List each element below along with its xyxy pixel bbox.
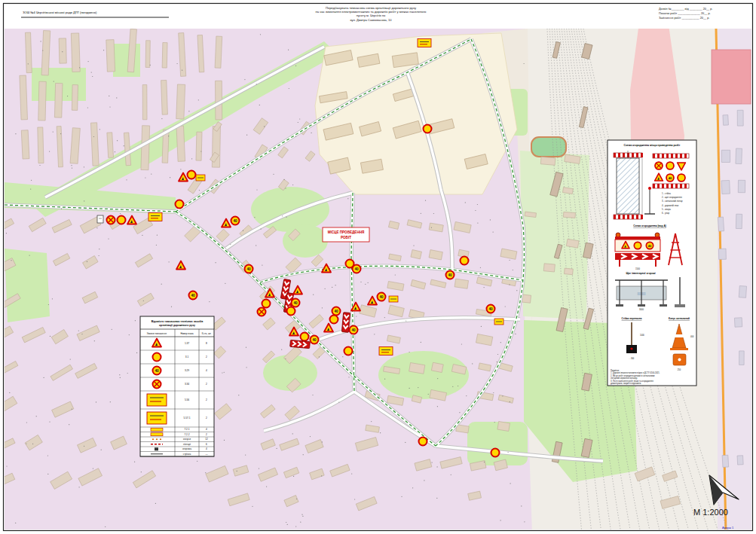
traffic-sign-circle (461, 257, 469, 265)
legend-col-qty: К-сть, шт. (202, 332, 212, 335)
svg-text:2: 2 (206, 355, 207, 359)
svg-text:1000: 1000 (640, 334, 644, 337)
svg-text:3000: 3000 (639, 308, 644, 311)
svg-text:стрічка: стрічка (183, 453, 191, 456)
svg-text:7.2.2: 7.2.2 (184, 433, 189, 436)
svg-text:3.1: 3.1 (185, 355, 189, 359)
panel-fence-label: Схема огородження (вид А) (633, 224, 666, 227)
svg-text:12: 12 (205, 438, 208, 441)
svg-text:2: 2 (206, 433, 207, 436)
traffic-sign-circle40: 40 (446, 271, 455, 279)
panel-stand-label: Стійка переносна (622, 317, 642, 320)
svg-text:3. Після закінчення робіт знак: 3. Після закінчення робіт знаки та огоро… (611, 380, 654, 383)
traffic-sign-circle40: 40 (231, 217, 240, 225)
svg-text:40: 40 (351, 328, 356, 332)
svg-text:2: 2 (206, 383, 207, 386)
details-panel: Схема огородження місця проведення робіт… (608, 140, 696, 386)
svg-text:ліхтарями червоного кольору.: ліхтарями червоного кольору. (611, 377, 638, 380)
traffic-sign-circle (424, 125, 432, 133)
traffic-sign-circle40: 40 (646, 242, 653, 249)
work-site-label: МІСЦЕ ПРОВЕДЕННЯ РОБІТ (323, 227, 369, 242)
svg-text:Закінчення робіт ___________ 2: Закінчення робіт ___________ 20__ р. (659, 17, 709, 20)
svg-text:40: 40 (191, 294, 195, 298)
svg-text:400: 400 (690, 335, 694, 338)
legend-col-number: Номер знака (180, 332, 194, 335)
svg-text:Початок робіт ______________ 2: Початок робіт ______________ 20__ р. (659, 12, 711, 15)
traffic-sign-plate (148, 213, 162, 221)
traffic-sign-whiteplate (97, 215, 103, 223)
permit-block: Дозвіл №________ від ________ 20__ р.Поч… (659, 8, 712, 20)
traffic-sign-circle (634, 242, 641, 249)
svg-text:6 - упор: 6 - упор (662, 212, 670, 215)
svg-text:40: 40 (293, 301, 298, 305)
svg-text:2: 2 (206, 417, 207, 420)
svg-text:4: 4 (206, 447, 207, 450)
legend-title-line1: Відомість тимчасових технічних засобів (152, 320, 204, 323)
svg-text:ліхтарі: ліхтарі (183, 443, 191, 446)
svg-text:7.2.1: 7.2.1 (184, 428, 189, 431)
traffic-sign-circle (176, 200, 184, 209)
traffic-sign-circle40: 40 (378, 293, 386, 301)
legend-col-symbol: Умовне позначення (147, 332, 167, 335)
svg-text:40: 40 (334, 310, 338, 313)
svg-text:5.56: 5.56 (185, 398, 189, 401)
traffic-sign-circle (666, 162, 674, 169)
traffic-sign-barrier (290, 340, 311, 348)
traffic-sign-circle (678, 174, 685, 182)
svg-text:40: 40 (448, 273, 452, 277)
panel-cone-label: Конус сигнальний (669, 317, 690, 320)
legend-title-line2: організації дорожнього руху (159, 324, 195, 327)
svg-text:40: 40 (155, 369, 159, 373)
traffic-sign-circleX (258, 308, 266, 316)
svg-text:40: 40 (379, 295, 384, 299)
panel-plan-view (614, 151, 643, 219)
svg-text:1.37: 1.37 (185, 342, 189, 345)
traffic-sign-circle (330, 316, 338, 324)
traffic-sign-plateS (494, 319, 503, 325)
traffic-sign-plate (418, 39, 431, 47)
svg-text:демонтувати, покриття відновит: демонтувати, покриття відновити. (611, 382, 641, 385)
svg-text:3.34: 3.34 (185, 383, 189, 386)
traffic-sign-circle (419, 438, 427, 446)
svg-text:2: 2 (206, 398, 207, 401)
traffic-sign-circle (188, 171, 196, 179)
svg-text:5.57.1: 5.57.1 (184, 417, 191, 420)
traffic-sign-circle (153, 353, 161, 362)
red-building (712, 50, 751, 104)
traffic-sign-circle (287, 307, 295, 316)
svg-text:конуси: конуси (183, 438, 191, 441)
svg-text:1500: 1500 (635, 267, 640, 270)
panel-inventory-label: Щит інвентарної огорожі (626, 272, 655, 275)
svg-text:6: 6 (206, 443, 207, 446)
svg-text:1. Дорожні знаки встановити зг: 1. Дорожні знаки встановити згідно з ДСТ… (611, 371, 660, 374)
traffic-sign-circle (301, 333, 309, 341)
traffic-sign-circle (262, 300, 271, 308)
org-name: ЗОШ №4 Чернігівської міської ради ДПТ (п… (23, 11, 97, 14)
traffic-sign-circle40: 40 (311, 336, 319, 344)
scale-label: М 1:2000 (693, 508, 728, 517)
traffic-sign-circle40: 40 (666, 174, 674, 182)
svg-text:2. Місце робіт огородити щитам: 2. Місце робіт огородити щитами із сигна… (611, 374, 655, 377)
svg-text:40: 40 (488, 307, 493, 311)
traffic-sign-circle40: 40 (487, 305, 495, 313)
traffic-sign-plate (379, 347, 393, 355)
svg-text:2 - щит огородження: 2 - щит огородження (662, 196, 682, 199)
traffic-sign-circle40: 40 (350, 326, 358, 334)
traffic-sign-circle40: 40 (189, 291, 197, 300)
svg-text:40: 40 (312, 338, 317, 342)
traffic-sign-circle (118, 216, 126, 224)
sheet-note: Аркуш 1 (722, 526, 734, 529)
traffic-sign-circle40: 40 (292, 299, 300, 307)
svg-text:3 - сигнальний ліхтар: 3 - сигнальний ліхтар (662, 200, 683, 203)
site-plan-map: 4040404040404040404040 МІСЦЕ ПРОВЕДЕННЯ … (0, 0, 756, 534)
traffic-sign-circleX (153, 380, 161, 389)
traffic-sign-circle40: 40 (353, 265, 361, 273)
traffic-sign-circle40: 40 (153, 367, 161, 375)
svg-text:40: 40 (246, 267, 251, 271)
svg-text:40: 40 (669, 176, 672, 180)
work-site-label-line2: РОБІТ (341, 236, 351, 240)
drawing-sheet: 4040404040404040404040 МІСЦЕ ПРОВЕДЕННЯ … (0, 0, 756, 534)
svg-text:□ 300: □ 300 (629, 357, 635, 360)
traffic-sign-circle (491, 449, 500, 457)
title-block: ЗОШ №4 Чернігівської міської ради ДПТ (п… (5, 5, 751, 29)
